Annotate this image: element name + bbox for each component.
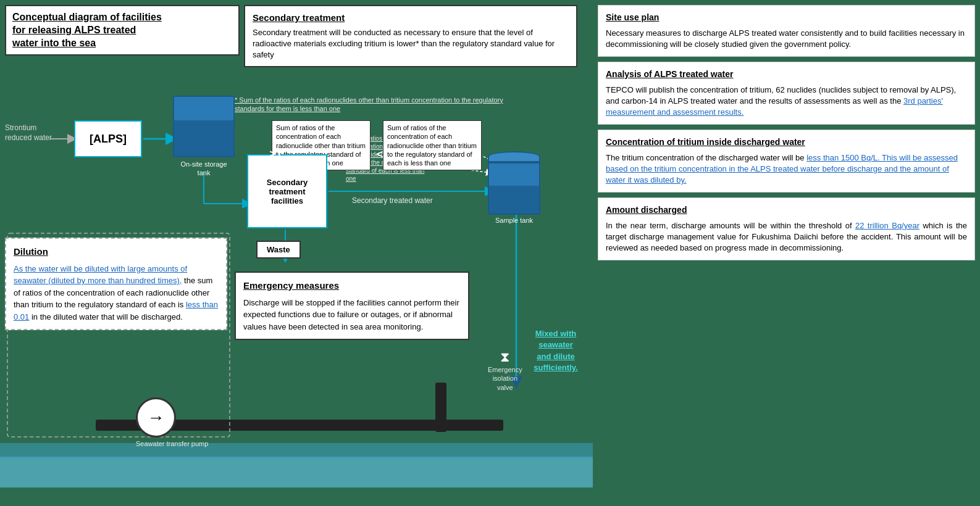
tank-body [173,96,235,157]
title-line3: water into the sea [12,38,96,48]
asterisk-note: * Sum of the ratios of each radionuclide… [235,96,506,114]
dilution-body: As the water will be diluted with large … [14,263,219,323]
lt1-condition-box: Sum of ratios of the concentration of ea… [383,120,482,170]
sample-tank-top [488,151,540,162]
strontium-label: Strontiumreduced water [5,123,52,143]
sample-tank-water [489,186,539,214]
sea-pipe [0,457,593,487]
analysis-body: TEPCO will publish the concentration of … [606,85,967,118]
dilution-text3: in the diluted water that will be discha… [31,312,183,321]
asterisk-note-text: * Sum of the ratios of each radionuclide… [235,96,503,112]
dilution-title: Dilution [14,245,219,259]
mixed-seawater-label: Mixed with seawaterand dilute sufficient… [519,328,593,373]
sample-tank-label: Sample tank [488,217,540,224]
valve-area: ⧗ Emergencyisolationvalve [488,349,522,392]
waste-box: Waste [256,241,301,259]
concentration-panel: Concentration of tritium inside discharg… [598,130,975,193]
secondary-treated-label: Secondary treated water [352,196,433,205]
ge1-symbol: ≥1 [270,148,282,161]
sample-tank-label-text: Sample tank [495,217,533,224]
site-use-panel: Site use plan Necessary measures to disc… [598,5,975,57]
emergency-title: Emergency measures [243,279,461,293]
concentration-body1: The tritium concentration of the dischar… [606,153,806,162]
pump-label: Seawater transfer pump [136,440,208,447]
secondary-treatment-title: Secondary treatment [253,11,569,24]
site-use-body: Necessary measures to discharge ALPS tre… [606,28,967,50]
alps-label: [ALPS] [90,133,127,146]
main-container: Conceptual diagram of facilities for rel… [0,0,980,506]
storage-tank: On-site storagetank [173,96,235,170]
secondary-treatment-box: Secondary treatment Secondary treatment … [244,5,577,67]
dilution-link1[interactable]: As the water will be diluted with large … [14,264,187,286]
secondary-treatment-body: Secondary treatment will be conducted as… [253,27,569,61]
amount-link[interactable]: 22 trillion Bq/year [855,221,919,230]
emergency-panel: Emergency measures Discharge will be sto… [235,272,469,340]
title-line1: Conceptual diagram of facilities [12,12,162,22]
analysis-title: Analysis of ALPS treated water [606,68,967,81]
amount-body: In the near term, discharge amounts will… [606,220,967,254]
tank-water [174,120,233,156]
emergency-body: Discharge will be stopped if the facilit… [243,297,461,333]
diagram-area: Conceptual diagram of facilities for rel… [0,0,593,506]
concentration-body: The tritium concentration of the dischar… [606,152,967,186]
secondary-treated-text: Secondary treated water [352,196,433,205]
valve-label: Emergencyisolationvalve [488,365,522,392]
sample-tank: Sample tank [488,151,540,224]
valve-symbol: ⧗ [488,349,522,365]
lt1-description: Sum of ratios of the concentration of ea… [387,124,477,167]
svg-rect-11 [435,383,446,432]
concentration-title: Concentration of tritium inside discharg… [606,136,967,149]
amount-panel: Amount discharged In the near term, disc… [598,197,975,260]
lt1-label: <1 [377,148,390,160]
dilution-panel: Dilution As the water will be diluted wi… [5,238,227,330]
alps-box: [ALPS] [74,120,142,157]
ge1-label: ≥1 [270,148,282,160]
sample-tank-body [488,162,540,215]
title-line2: for releasing ALPS treated [12,25,136,35]
secondary-facilities-box: Secondary treatment facilities [247,154,327,228]
amount-title: Amount discharged [606,204,967,217]
lt1-symbol: <1 [377,148,390,161]
pump-circle: → [136,397,176,438]
waste-label: Waste [267,245,290,254]
secondary-facilities-label: Secondary treatment facilities [253,178,321,205]
pump-area: → Seawater transfer pump [136,397,208,447]
page-title: Conceptual diagram of facilities for rel… [12,11,232,49]
analysis-panel: Analysis of ALPS treated water TEPCO wil… [598,62,975,125]
site-use-title: Site use plan [606,12,967,24]
amount-body1: In the near term, discharge amounts will… [606,221,855,230]
tank-label: On-site storagetank [173,160,235,178]
title-box: Conceptual diagram of facilities for rel… [5,5,240,56]
info-panels: Site use plan Necessary measures to disc… [593,0,980,506]
